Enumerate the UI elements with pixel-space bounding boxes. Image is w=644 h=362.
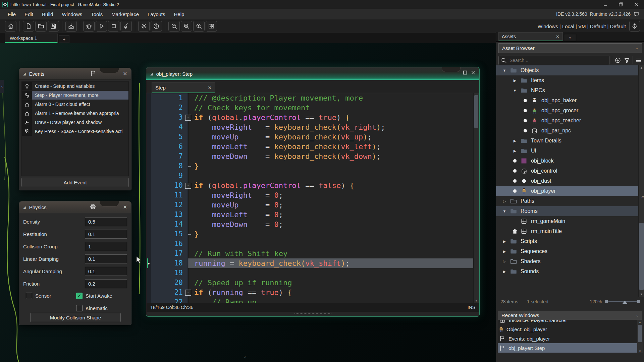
- slider-thumb[interactable]: [623, 301, 627, 304]
- code-line-15[interactable]: 15}: [147, 229, 474, 239]
- collapsed-arrow-icon[interactable]: ▷: [500, 199, 509, 203]
- code-line-content[interactable]: /// @description Player movement, more: [188, 93, 474, 103]
- expanded-arrow-icon[interactable]: ▼: [500, 209, 509, 213]
- tree-item-items[interactable]: ▶Items: [496, 75, 639, 85]
- tree-item-shaders[interactable]: ▷Shaders: [496, 256, 639, 266]
- menu-tools[interactable]: Tools: [87, 9, 107, 19]
- code-line-4[interactable]: 4 moveRight = keyboard_check(vk_right);: [147, 122, 474, 132]
- code-line-1[interactable]: 1/// @description Player movement, more: [147, 93, 474, 103]
- zoom-max-tick[interactable]: [637, 300, 640, 303]
- event-item[interactable]: Draw - Draw player and shadow: [22, 118, 128, 127]
- code-line-10[interactable]: 10-if (global.playerControl == false) {: [147, 181, 474, 190]
- checkbox-icon[interactable]: [26, 293, 32, 299]
- tree-item-obj-par-npc[interactable]: obj_par_npc: [496, 126, 639, 136]
- code-line-8[interactable]: 8}: [147, 161, 474, 171]
- tree-item-paths[interactable]: ▷Paths: [496, 196, 639, 206]
- tree-item-obj-npc-grocer[interactable]: obj_npc_grocer: [496, 106, 639, 116]
- tree-item-obj-dust[interactable]: obj_dust: [496, 176, 639, 186]
- add-workspace-button[interactable]: +: [59, 35, 69, 43]
- stop-button[interactable]: [108, 21, 119, 32]
- checkbox-start-awake[interactable]: ✓Start Awake: [76, 293, 112, 299]
- collapse-triangle-icon[interactable]: ◢: [23, 72, 26, 76]
- scroll-up-icon[interactable]: ▲: [639, 66, 644, 69]
- tree-item-obj-control[interactable]: obj_control: [496, 166, 639, 176]
- tree-item-ui[interactable]: ▶UI: [496, 146, 639, 156]
- code-line-14[interactable]: 14 moveDown = 0;: [147, 220, 474, 229]
- code-line-2[interactable]: 2// Check keys for movement: [147, 103, 474, 113]
- code-line-3[interactable]: 3-if (global.playerControl == true) {: [147, 113, 474, 122]
- window-resize-handle[interactable]: [147, 312, 479, 316]
- code-line-content[interactable]: // Ramp up: [188, 297, 474, 303]
- tab-close-icon[interactable]: ✕: [556, 34, 559, 39]
- feedback-chat-icon[interactable]: [633, 11, 639, 17]
- recent-scrollbar[interactable]: ▲ ▼: [637, 320, 643, 353]
- events-panel-header[interactable]: ◢ Events ✕: [19, 68, 131, 80]
- friction-input[interactable]: 0.2: [85, 279, 127, 288]
- menu-file[interactable]: File: [3, 9, 20, 19]
- restore-button[interactable]: [613, 0, 629, 9]
- add-asset-icon[interactable]: [614, 57, 621, 64]
- recent-item[interactable]: Object: obj_player: [498, 324, 637, 334]
- code-line-content[interactable]: moveRight = keyboard_check(vk_right);: [188, 122, 474, 132]
- tree-item-obj-npc-baker[interactable]: obj_npc_baker: [496, 96, 639, 106]
- collapsed-arrow-icon[interactable]: ▷: [500, 259, 509, 264]
- code-line-content[interactable]: moveRight = 0;: [188, 190, 474, 200]
- code-scrollbar[interactable]: ▼: [473, 93, 479, 303]
- menu-layouts[interactable]: Layouts: [143, 9, 170, 19]
- recent-item[interactable]: obj_player: Step: [498, 343, 637, 353]
- code-line-content[interactable]: moveUp = keyboard_check(vk_up);: [188, 132, 474, 142]
- target-icon[interactable]: [629, 21, 640, 32]
- tree-item-rm-gamemain[interactable]: rm_gameMain: [496, 216, 639, 226]
- recent-item[interactable]: Events: obj_player: [498, 334, 637, 343]
- tree-item-objects[interactable]: ▼Objects: [496, 65, 639, 75]
- fit-window-button[interactable]: [206, 21, 217, 32]
- code-line-7[interactable]: 7 moveDown = keyboard_check(vk_down);: [147, 152, 474, 161]
- linear-damping-input[interactable]: 0.1: [85, 254, 127, 263]
- code-line-content[interactable]: [188, 239, 474, 249]
- code-line-content[interactable]: moveUp = 0;: [188, 200, 474, 210]
- code-line-content[interactable]: moveDown = 0;: [188, 220, 474, 229]
- minimize-button[interactable]: [598, 0, 613, 9]
- bottom-dock-collapse-handle[interactable]: ⌃: [237, 356, 254, 361]
- code-line-6[interactable]: 6 moveLeft = keyboard_check(vk_left);: [147, 142, 474, 152]
- code-line-12[interactable]: 12 moveUp = 0;: [147, 200, 474, 210]
- zoom-in-button[interactable]: [193, 21, 205, 32]
- physics-panel-header[interactable]: ◢ Physics ✕: [19, 201, 131, 213]
- event-item[interactable]: Create - Setup and variables: [22, 82, 128, 91]
- add-dock-tab-button[interactable]: +: [564, 34, 576, 41]
- collapsed-arrow-icon[interactable]: ▶: [500, 249, 509, 254]
- recent-windows-header[interactable]: Recent Windows ⌄: [498, 310, 643, 320]
- code-line-content[interactable]: [188, 268, 474, 278]
- code-line-21[interactable]: 21-if (running == true) {: [147, 288, 474, 297]
- physics-close-icon[interactable]: ✕: [123, 204, 127, 210]
- code-window-header[interactable]: ◢ obj_player: Step: [146, 67, 479, 80]
- code-line-11[interactable]: 11 moveRight = 0;: [147, 190, 474, 200]
- collapsed-arrow-icon[interactable]: ▶: [511, 78, 519, 83]
- tree-item-obj-player[interactable]: obj_player: [496, 186, 639, 196]
- left-dock-collapse-handle[interactable]: ‹: [0, 80, 4, 93]
- save-project-button[interactable]: [48, 21, 59, 32]
- tab-step[interactable]: Step ✕: [152, 82, 215, 93]
- tab-workspace-1[interactable]: Workspace 1: [5, 34, 58, 43]
- tree-item-scripts[interactable]: ▶Scripts: [496, 236, 639, 246]
- filter-icon[interactable]: [624, 57, 630, 64]
- modify-collision-shape-button[interactable]: Modify Collision Shape: [30, 313, 121, 322]
- code-line-20[interactable]: 20// Speed up if running: [147, 278, 474, 288]
- tree-item-npcs[interactable]: ▼NPCs: [496, 85, 639, 96]
- tree-item-town-details[interactable]: ▶Town Details: [496, 136, 639, 146]
- scroll-up-icon[interactable]: ▲: [637, 320, 643, 324]
- collapsed-arrow-icon[interactable]: ▶: [500, 269, 509, 274]
- checkbox-sensor[interactable]: Sensor: [26, 293, 51, 299]
- zoom-reset-button[interactable]: [181, 21, 192, 32]
- tree-zoom-slider[interactable]: [605, 299, 640, 304]
- density-input[interactable]: 0.5: [85, 217, 127, 226]
- code-line-content[interactable]: moveDown = keyboard_check(vk_down);: [188, 152, 474, 161]
- checkbox-icon[interactable]: [76, 305, 83, 311]
- code-line-content[interactable]: moveLeft = keyboard_check(vk_left);: [188, 142, 474, 152]
- checkbox-icon[interactable]: ✓: [76, 293, 83, 299]
- code-line-22[interactable]: 22 // Ramp up: [147, 297, 474, 303]
- angular-damping-input[interactable]: 0.1: [85, 267, 127, 276]
- collapsed-arrow-icon[interactable]: ▶: [500, 239, 509, 244]
- search-input[interactable]: [498, 56, 609, 65]
- event-item[interactable]: Key Press - Space - Context-sensitive ac…: [22, 127, 128, 136]
